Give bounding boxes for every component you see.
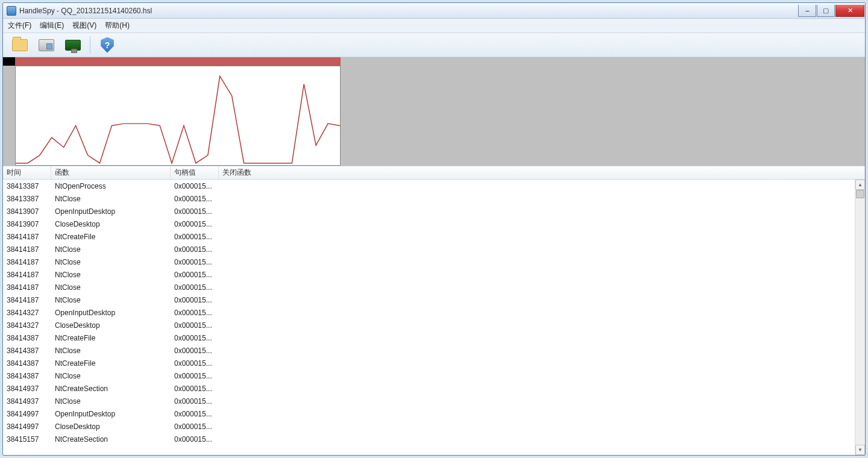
cell-time: 38413907 bbox=[3, 207, 51, 216]
cell-time: 38414937 bbox=[3, 397, 51, 406]
cell-func: CloseDesktop bbox=[51, 321, 171, 330]
cell-func: NtCreateFile bbox=[51, 233, 171, 241]
cell-time: 38414937 bbox=[3, 384, 51, 393]
vertical-scrollbar[interactable]: ▲ ▼ bbox=[855, 180, 865, 455]
cell-func: NtOpenProcess bbox=[51, 182, 171, 190]
cell-handle: 0x000015... bbox=[171, 435, 219, 444]
cell-func: NtClose bbox=[51, 372, 171, 380]
col-header-func[interactable]: 函数 bbox=[51, 166, 171, 179]
table-row[interactable]: 38414187NtClose0x000015... bbox=[3, 268, 865, 281]
scroll-thumb[interactable] bbox=[856, 190, 864, 198]
chart-svg bbox=[16, 66, 340, 165]
floppy-icon bbox=[39, 39, 54, 51]
table-row[interactable]: 38414387NtClose0x000015... bbox=[3, 344, 865, 357]
col-header-time[interactable]: 时间 bbox=[3, 166, 51, 179]
table-row[interactable]: 38414937NtClose0x000015... bbox=[3, 395, 865, 407]
cell-func: NtClose bbox=[51, 283, 171, 292]
cell-handle: 0x000015... bbox=[171, 422, 219, 431]
table-row[interactable]: 38414187NtClose0x000015... bbox=[3, 243, 865, 256]
table-row[interactable]: 38413387NtClose0x000015... bbox=[3, 192, 865, 205]
cell-func: CloseDesktop bbox=[51, 422, 171, 431]
cell-time: 38414187 bbox=[3, 271, 51, 279]
cell-func: NtClose bbox=[51, 271, 171, 279]
cell-time: 38413387 bbox=[3, 195, 51, 203]
monitor-button[interactable] bbox=[61, 34, 85, 56]
table-row[interactable]: 38413387NtOpenProcess0x000015... bbox=[3, 180, 865, 192]
chart-cursor-marker bbox=[3, 57, 15, 66]
cell-time: 38413387 bbox=[3, 182, 51, 190]
cell-func: OpenInputDesktop bbox=[51, 207, 171, 216]
window-title: HandleSpy - QQ_2013121514140260.hsl bbox=[19, 7, 152, 15]
monitor-icon bbox=[65, 40, 81, 51]
table-row[interactable]: 38414387NtCreateFile0x000015... bbox=[3, 331, 865, 344]
cell-handle: 0x000015... bbox=[171, 207, 219, 216]
scroll-down-arrow[interactable]: ▼ bbox=[855, 445, 865, 455]
cell-func: NtCreateSection bbox=[51, 435, 171, 444]
cell-time: 38414387 bbox=[3, 334, 51, 342]
table-row[interactable]: 38414187NtClose0x000015... bbox=[3, 293, 865, 306]
app-window: HandleSpy - QQ_2013121514140260.hsl ‒ ▢ … bbox=[2, 2, 866, 456]
cell-func: NtCreateFile bbox=[51, 334, 171, 342]
folder-icon bbox=[12, 39, 28, 51]
cell-handle: 0x000015... bbox=[171, 271, 219, 279]
open-button[interactable] bbox=[8, 34, 32, 56]
chart-selection-bar[interactable] bbox=[15, 57, 341, 66]
table-row[interactable]: 38414327CloseDesktop0x000015... bbox=[3, 319, 865, 331]
table-body[interactable]: 38413387NtOpenProcess0x000015...38413387… bbox=[3, 180, 865, 455]
table-row[interactable]: 38414937NtCreateSection0x000015... bbox=[3, 382, 865, 395]
cell-handle: 0x000015... bbox=[171, 220, 219, 228]
cell-time: 38414997 bbox=[3, 410, 51, 418]
cell-time: 38415157 bbox=[3, 435, 51, 444]
save-button[interactable] bbox=[34, 34, 58, 56]
menu-file[interactable]: 文件(F) bbox=[8, 20, 31, 31]
cell-time: 38414187 bbox=[3, 233, 51, 241]
cell-func: NtCreateFile bbox=[51, 359, 171, 368]
cell-time: 38414327 bbox=[3, 309, 51, 317]
titlebar[interactable]: HandleSpy - QQ_2013121514140260.hsl ‒ ▢ … bbox=[3, 3, 865, 19]
cell-func: NtClose bbox=[51, 397, 171, 406]
col-header-handle[interactable]: 句柄值 bbox=[171, 166, 219, 179]
table-row[interactable]: 38415157NtCreateSection0x000015... bbox=[3, 433, 865, 445]
table-row[interactable]: 38414997OpenInputDesktop0x000015... bbox=[3, 407, 865, 420]
about-button[interactable]: ? bbox=[95, 34, 119, 56]
table-panel: 时间 函数 句柄值 关闭函数 38413387NtOpenProcess0x00… bbox=[3, 166, 865, 455]
cell-handle: 0x000015... bbox=[171, 195, 219, 203]
minimize-button[interactable]: ‒ bbox=[798, 5, 816, 17]
scroll-up-arrow[interactable]: ▲ bbox=[855, 180, 865, 190]
cell-func: CloseDesktop bbox=[51, 220, 171, 228]
cell-func: OpenInputDesktop bbox=[51, 410, 171, 418]
cell-handle: 0x000015... bbox=[171, 321, 219, 330]
table-row[interactable]: 38414187NtClose0x000015... bbox=[3, 256, 865, 268]
table-row[interactable]: 38414997CloseDesktop0x000015... bbox=[3, 420, 865, 433]
cell-func: NtCreateSection bbox=[51, 384, 171, 393]
cell-time: 38414327 bbox=[3, 321, 51, 330]
table-row[interactable]: 38413907CloseDesktop0x000015... bbox=[3, 218, 865, 230]
cell-handle: 0x000015... bbox=[171, 359, 219, 368]
toolbar: ? bbox=[3, 33, 865, 57]
menu-help[interactable]: 帮助(H) bbox=[105, 20, 130, 31]
cell-time: 38414187 bbox=[3, 245, 51, 254]
toolbar-separator bbox=[90, 36, 90, 54]
app-icon bbox=[7, 6, 16, 16]
cell-handle: 0x000015... bbox=[171, 245, 219, 254]
table-row[interactable]: 38413907OpenInputDesktop0x000015... bbox=[3, 205, 865, 218]
cell-func: OpenInputDesktop bbox=[51, 309, 171, 317]
table-body-wrap: 38413387NtOpenProcess0x000015...38413387… bbox=[3, 180, 865, 455]
cell-handle: 0x000015... bbox=[171, 347, 219, 355]
table-row[interactable]: 38414387NtCreateFile0x000015... bbox=[3, 357, 865, 369]
col-header-close[interactable]: 关闭函数 bbox=[219, 166, 865, 179]
menu-view[interactable]: 视图(V) bbox=[72, 20, 96, 31]
cell-time: 38414187 bbox=[3, 283, 51, 292]
table-row[interactable]: 38414387NtClose0x000015... bbox=[3, 369, 865, 382]
cell-time: 38414997 bbox=[3, 422, 51, 431]
table-row[interactable]: 38414187NtClose0x000015... bbox=[3, 281, 865, 293]
table-row[interactable]: 38414327OpenInputDesktop0x000015... bbox=[3, 306, 865, 319]
cell-time: 38413907 bbox=[3, 220, 51, 228]
cell-func: NtClose bbox=[51, 245, 171, 254]
menu-edit[interactable]: 编辑(E) bbox=[40, 20, 64, 31]
chart-panel bbox=[3, 57, 865, 166]
maximize-button[interactable]: ▢ bbox=[817, 5, 835, 17]
close-button[interactable]: ✕ bbox=[835, 5, 864, 17]
table-row[interactable]: 38414187NtCreateFile0x000015... bbox=[3, 230, 865, 243]
chart-plot[interactable] bbox=[15, 66, 341, 166]
